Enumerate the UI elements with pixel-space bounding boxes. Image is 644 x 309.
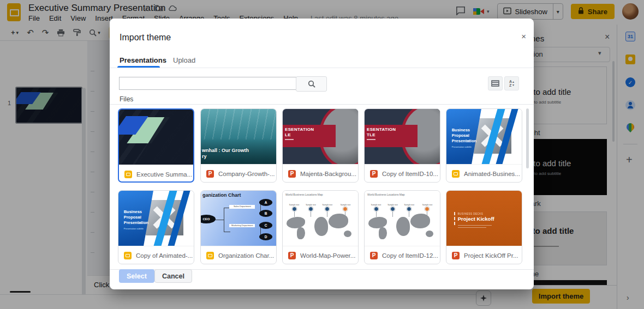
file-name: Copy of Animated-...: [136, 252, 193, 259]
tab-upload[interactable]: Upload: [173, 56, 195, 64]
powerpoint-file-icon: P: [206, 170, 214, 178]
tab-presentations[interactable]: Presentations: [120, 56, 166, 64]
file-card[interactable]: BUSINESS DECKS Project Kickoff PProject …: [446, 190, 522, 264]
app-root: Executive Summary Presentation ☆ File Ed…: [0, 0, 644, 309]
file-thumbnail: World Business Locations Map Sample text…: [365, 191, 440, 246]
file-thumbnail: BusinessProposalPresentation Presentatio…: [118, 191, 194, 246]
file-thumbnail: wnhall : Our Growthry: [201, 109, 276, 164]
list-view-toggle[interactable]: [488, 76, 503, 90]
files-grid: Executive Summa... wnhall : Our Growthry…: [110, 104, 534, 270]
file-card[interactable]: Executive Summa...: [118, 108, 194, 183]
dialog-close-icon[interactable]: ×: [521, 32, 526, 41]
file-card[interactable]: BusinessProposalPresentation Presentatio…: [446, 108, 522, 183]
search-button[interactable]: [296, 76, 327, 92]
files-heading: Files: [120, 95, 133, 103]
file-card[interactable]: World Business Locations Map Sample text…: [364, 190, 440, 264]
search-input[interactable]: [119, 77, 300, 90]
file-name: Organization Char...: [218, 252, 274, 259]
file-name: Animated-Busines...: [464, 171, 520, 177]
list-view-icon: [491, 80, 499, 87]
search-icon: [308, 80, 315, 88]
slides-file-icon: [124, 171, 132, 178]
file-thumbnail: [119, 110, 193, 165]
slides-file-icon: [124, 252, 132, 259]
file-thumbnail: ESENTATIONLE: [283, 109, 358, 164]
powerpoint-file-icon: P: [370, 170, 378, 178]
sort-az-toggle[interactable]: AZ▴▾: [504, 76, 519, 90]
file-name: Copy of ItemID-10...: [382, 171, 438, 177]
powerpoint-file-icon: P: [370, 252, 378, 259]
file-name: Project KickOff Pr...: [464, 252, 518, 259]
powerpoint-file-icon: P: [288, 170, 296, 178]
file-thumbnail: BUSINESS DECKS Project Kickoff: [446, 191, 522, 246]
slides-file-icon: [452, 170, 460, 178]
powerpoint-file-icon: P: [288, 252, 296, 259]
cancel-button[interactable]: Cancel: [154, 269, 192, 283]
import-theme-dialog: Import theme × Presentations Upload AZ▴▾…: [110, 19, 534, 289]
file-thumbnail: BusinessProposalPresentation Presentatio…: [446, 109, 522, 164]
tab-divider: [110, 68, 534, 68]
file-card[interactable]: ESENTATIONLE PMajenta-Backgrou...: [282, 108, 359, 183]
sort-az-icon: AZ▴▾: [509, 80, 514, 87]
file-thumbnail: ESENTATIONTLE: [365, 109, 440, 164]
powerpoint-file-icon: P: [452, 252, 460, 259]
file-name: Copy of ItemID-12...: [382, 252, 438, 259]
file-name: Executive Summa...: [136, 171, 192, 178]
file-name: Company-Growth-...: [218, 171, 275, 177]
file-card[interactable]: ESENTATIONTLE PCopy of ItemID-10...: [364, 108, 440, 183]
files-scrollbar[interactable]: [526, 108, 529, 168]
file-name: World-Map-Power...: [300, 252, 355, 259]
slides-file-icon: [206, 252, 214, 259]
file-card[interactable]: wnhall : Our Growthry PCompany-Growth-..…: [200, 108, 277, 183]
file-thumbnail: ganization Chart CEO Sales Department Ma…: [201, 191, 276, 246]
file-thumbnail: World Business Locations Map Sample text…: [283, 191, 358, 246]
file-card[interactable]: BusinessProposalPresentation Presentatio…: [118, 190, 194, 264]
file-card[interactable]: World Business Locations Map Sample text…: [282, 190, 359, 264]
file-card[interactable]: ganization Chart CEO Sales Department Ma…: [200, 190, 277, 264]
file-name: Majenta-Backgrou...: [300, 171, 356, 177]
select-button[interactable]: Select: [119, 269, 154, 283]
dialog-title: Import theme: [120, 33, 171, 43]
